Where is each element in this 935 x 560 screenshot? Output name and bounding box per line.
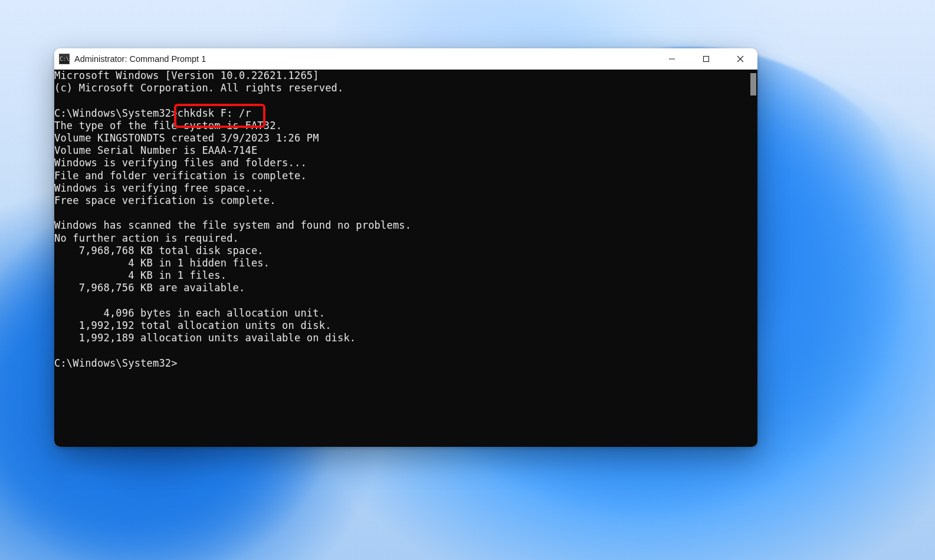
maximize-icon	[703, 55, 710, 62]
window-title: Administrator: Command Prompt 1	[74, 54, 206, 64]
terminal-line	[54, 94, 747, 107]
maximize-button[interactable]	[689, 48, 723, 70]
terminal-line	[54, 344, 747, 357]
close-icon	[737, 55, 744, 62]
cmd-app-icon: C:\	[59, 54, 70, 64]
scrollbar-thumb[interactable]	[750, 73, 756, 95]
terminal-line: C:\Windows\System32>chkdsk F: /r	[54, 107, 747, 120]
terminal-line: Microsoft Windows [Version 10.0.22621.12…	[54, 70, 747, 82]
scrollbar[interactable]	[748, 70, 757, 447]
terminal-line: Windows is verifying free space...	[54, 182, 747, 195]
terminal-line: 1,992,192 total allocation units on disk…	[54, 319, 747, 332]
terminal-line: Windows has scanned the file system and …	[54, 219, 747, 232]
terminal-line	[54, 295, 747, 307]
terminal-line: Volume Serial Number is EAAA-714E	[54, 144, 747, 157]
terminal-line: C:\Windows\System32>	[54, 357, 747, 370]
svg-rect-1	[704, 57, 709, 62]
terminal-output: Microsoft Windows [Version 10.0.22621.12…	[54, 70, 757, 370]
command-prompt-window: C:\ Administrator: Command Prompt 1 Micr…	[54, 48, 757, 447]
terminal-line: 7,968,768 KB total disk space.	[54, 245, 747, 257]
terminal-line: The type of the file system is FAT32.	[54, 120, 747, 132]
terminal-line: File and folder verification is complete…	[54, 170, 747, 182]
terminal-line: 1,992,189 allocation units available on …	[54, 332, 747, 344]
titlebar[interactable]: C:\ Administrator: Command Prompt 1	[54, 48, 757, 70]
cmd-app-icon-label: C:\	[60, 57, 69, 62]
terminal-line: Free space verification is complete.	[54, 195, 747, 207]
minimize-button[interactable]	[655, 48, 689, 70]
desktop-background: C:\ Administrator: Command Prompt 1 Micr…	[0, 0, 935, 560]
terminal-line: 4 KB in 1 hidden files.	[54, 257, 747, 269]
terminal-line: Windows is verifying files and folders..…	[54, 157, 747, 169]
terminal-line: Volume KINGSTONDTS created 3/9/2023 1:26…	[54, 132, 747, 144]
window-controls	[655, 48, 757, 70]
close-button[interactable]	[723, 48, 757, 70]
terminal-line: 4 KB in 1 files.	[54, 269, 747, 282]
terminal-area[interactable]: Microsoft Windows [Version 10.0.22621.12…	[54, 70, 757, 447]
terminal-line: 7,968,756 KB are available.	[54, 282, 747, 294]
terminal-line: (c) Microsoft Corporation. All rights re…	[54, 82, 747, 94]
terminal-line	[54, 207, 747, 219]
terminal-line: No further action is required.	[54, 232, 747, 245]
minimize-icon	[668, 55, 675, 62]
terminal-line: 4,096 bytes in each allocation unit.	[54, 307, 747, 319]
